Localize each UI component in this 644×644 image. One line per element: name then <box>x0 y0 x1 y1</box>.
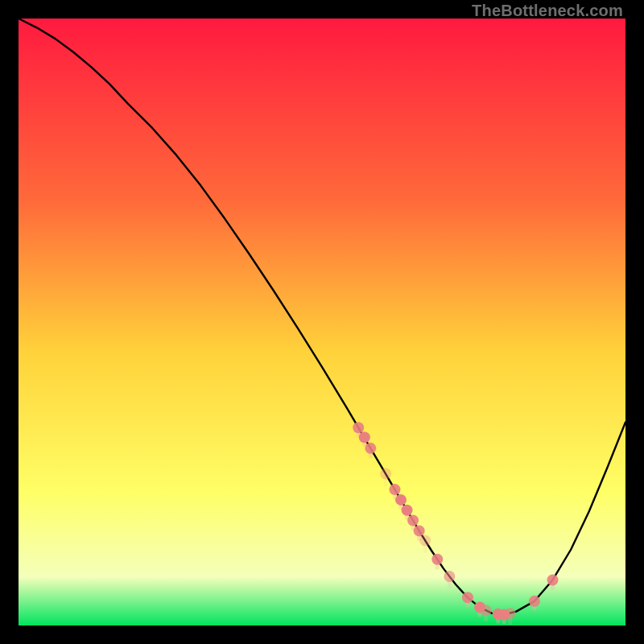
scatter-dot <box>505 608 516 619</box>
watermark-text: TheBottleneck.com <box>472 2 623 20</box>
scatter-dot <box>462 592 473 603</box>
scatter-dot <box>407 515 419 526</box>
scatter-dot <box>395 494 407 506</box>
scatter-dot <box>529 596 540 607</box>
scatter-dot <box>359 431 370 443</box>
scatter-dot <box>431 554 443 565</box>
scatter-dot <box>365 443 376 454</box>
scatter-dot <box>353 422 364 433</box>
scatter-dot <box>419 535 431 546</box>
scatter-dot <box>380 469 391 480</box>
scatter-dot <box>481 605 492 616</box>
scatter-dot <box>414 525 425 536</box>
gradient-background <box>19 19 625 625</box>
chart-frame <box>19 19 625 625</box>
scatter-dot <box>402 505 413 516</box>
scatter-dot <box>444 571 455 582</box>
bottleneck-chart <box>19 19 625 625</box>
scatter-dot <box>547 574 559 585</box>
scatter-dot <box>389 484 400 495</box>
